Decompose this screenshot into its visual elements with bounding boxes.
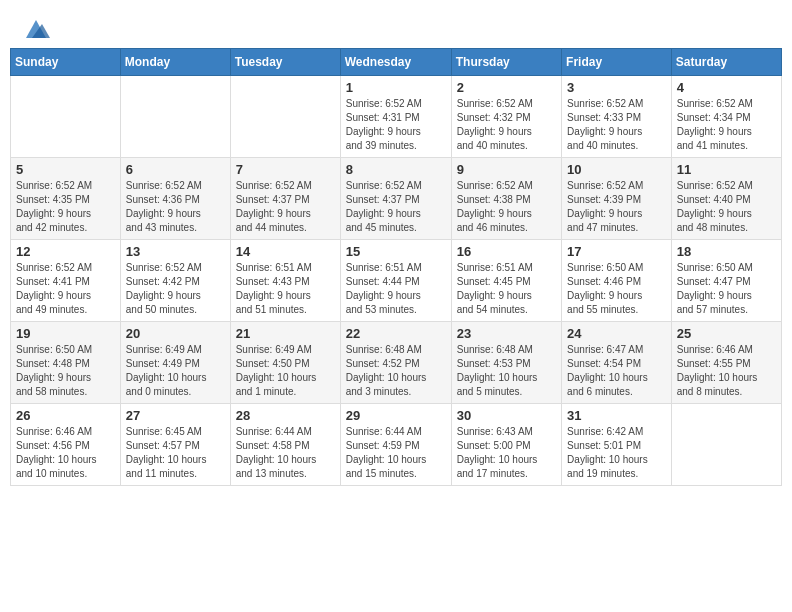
weekday-header: Sunday — [11, 49, 121, 76]
day-info: Sunrise: 6:52 AM Sunset: 4:40 PM Dayligh… — [677, 179, 776, 235]
calendar-week-row: 5Sunrise: 6:52 AM Sunset: 4:35 PM Daylig… — [11, 158, 782, 240]
day-info: Sunrise: 6:50 AM Sunset: 4:46 PM Dayligh… — [567, 261, 666, 317]
day-info: Sunrise: 6:52 AM Sunset: 4:41 PM Dayligh… — [16, 261, 115, 317]
calendar-cell: 15Sunrise: 6:51 AM Sunset: 4:44 PM Dayli… — [340, 240, 451, 322]
day-number: 10 — [567, 162, 666, 177]
day-number: 14 — [236, 244, 335, 259]
day-number: 25 — [677, 326, 776, 341]
day-number: 30 — [457, 408, 556, 423]
calendar-cell: 22Sunrise: 6:48 AM Sunset: 4:52 PM Dayli… — [340, 322, 451, 404]
day-number: 26 — [16, 408, 115, 423]
day-number: 12 — [16, 244, 115, 259]
day-number: 8 — [346, 162, 446, 177]
day-info: Sunrise: 6:52 AM Sunset: 4:32 PM Dayligh… — [457, 97, 556, 153]
day-number: 3 — [567, 80, 666, 95]
calendar-cell: 17Sunrise: 6:50 AM Sunset: 4:46 PM Dayli… — [562, 240, 672, 322]
calendar-cell — [230, 76, 340, 158]
calendar-cell: 24Sunrise: 6:47 AM Sunset: 4:54 PM Dayli… — [562, 322, 672, 404]
logo — [20, 14, 50, 38]
calendar-cell: 31Sunrise: 6:42 AM Sunset: 5:01 PM Dayli… — [562, 404, 672, 486]
day-info: Sunrise: 6:43 AM Sunset: 5:00 PM Dayligh… — [457, 425, 556, 481]
day-number: 18 — [677, 244, 776, 259]
day-info: Sunrise: 6:45 AM Sunset: 4:57 PM Dayligh… — [126, 425, 225, 481]
weekday-header: Friday — [562, 49, 672, 76]
logo-icon — [22, 14, 50, 42]
weekday-header: Monday — [120, 49, 230, 76]
day-info: Sunrise: 6:49 AM Sunset: 4:50 PM Dayligh… — [236, 343, 335, 399]
day-info: Sunrise: 6:52 AM Sunset: 4:34 PM Dayligh… — [677, 97, 776, 153]
day-info: Sunrise: 6:51 AM Sunset: 4:45 PM Dayligh… — [457, 261, 556, 317]
day-number: 16 — [457, 244, 556, 259]
day-info: Sunrise: 6:44 AM Sunset: 4:59 PM Dayligh… — [346, 425, 446, 481]
day-info: Sunrise: 6:51 AM Sunset: 4:43 PM Dayligh… — [236, 261, 335, 317]
day-number: 28 — [236, 408, 335, 423]
day-number: 11 — [677, 162, 776, 177]
calendar-cell — [11, 76, 121, 158]
day-info: Sunrise: 6:52 AM Sunset: 4:35 PM Dayligh… — [16, 179, 115, 235]
day-number: 17 — [567, 244, 666, 259]
calendar-cell: 28Sunrise: 6:44 AM Sunset: 4:58 PM Dayli… — [230, 404, 340, 486]
calendar-cell: 6Sunrise: 6:52 AM Sunset: 4:36 PM Daylig… — [120, 158, 230, 240]
day-number: 5 — [16, 162, 115, 177]
day-number: 6 — [126, 162, 225, 177]
calendar-cell: 5Sunrise: 6:52 AM Sunset: 4:35 PM Daylig… — [11, 158, 121, 240]
calendar-cell: 21Sunrise: 6:49 AM Sunset: 4:50 PM Dayli… — [230, 322, 340, 404]
day-info: Sunrise: 6:47 AM Sunset: 4:54 PM Dayligh… — [567, 343, 666, 399]
calendar-cell: 26Sunrise: 6:46 AM Sunset: 4:56 PM Dayli… — [11, 404, 121, 486]
weekday-header: Saturday — [671, 49, 781, 76]
day-number: 15 — [346, 244, 446, 259]
calendar-header-row: SundayMondayTuesdayWednesdayThursdayFrid… — [11, 49, 782, 76]
day-info: Sunrise: 6:50 AM Sunset: 4:48 PM Dayligh… — [16, 343, 115, 399]
calendar-cell: 14Sunrise: 6:51 AM Sunset: 4:43 PM Dayli… — [230, 240, 340, 322]
calendar-week-row: 12Sunrise: 6:52 AM Sunset: 4:41 PM Dayli… — [11, 240, 782, 322]
calendar-cell: 4Sunrise: 6:52 AM Sunset: 4:34 PM Daylig… — [671, 76, 781, 158]
day-info: Sunrise: 6:48 AM Sunset: 4:52 PM Dayligh… — [346, 343, 446, 399]
calendar-week-row: 1Sunrise: 6:52 AM Sunset: 4:31 PM Daylig… — [11, 76, 782, 158]
day-number: 29 — [346, 408, 446, 423]
calendar-cell: 9Sunrise: 6:52 AM Sunset: 4:38 PM Daylig… — [451, 158, 561, 240]
calendar-cell: 30Sunrise: 6:43 AM Sunset: 5:00 PM Dayli… — [451, 404, 561, 486]
day-info: Sunrise: 6:46 AM Sunset: 4:55 PM Dayligh… — [677, 343, 776, 399]
day-info: Sunrise: 6:48 AM Sunset: 4:53 PM Dayligh… — [457, 343, 556, 399]
day-info: Sunrise: 6:49 AM Sunset: 4:49 PM Dayligh… — [126, 343, 225, 399]
weekday-header: Thursday — [451, 49, 561, 76]
calendar-cell: 3Sunrise: 6:52 AM Sunset: 4:33 PM Daylig… — [562, 76, 672, 158]
calendar-table: SundayMondayTuesdayWednesdayThursdayFrid… — [10, 48, 782, 486]
calendar-cell: 20Sunrise: 6:49 AM Sunset: 4:49 PM Dayli… — [120, 322, 230, 404]
day-info: Sunrise: 6:52 AM Sunset: 4:38 PM Dayligh… — [457, 179, 556, 235]
day-number: 2 — [457, 80, 556, 95]
day-number: 31 — [567, 408, 666, 423]
weekday-header: Wednesday — [340, 49, 451, 76]
calendar-cell: 10Sunrise: 6:52 AM Sunset: 4:39 PM Dayli… — [562, 158, 672, 240]
calendar-wrapper: SundayMondayTuesdayWednesdayThursdayFrid… — [0, 48, 792, 496]
day-info: Sunrise: 6:50 AM Sunset: 4:47 PM Dayligh… — [677, 261, 776, 317]
day-number: 13 — [126, 244, 225, 259]
day-info: Sunrise: 6:52 AM Sunset: 4:39 PM Dayligh… — [567, 179, 666, 235]
calendar-week-row: 26Sunrise: 6:46 AM Sunset: 4:56 PM Dayli… — [11, 404, 782, 486]
calendar-cell: 2Sunrise: 6:52 AM Sunset: 4:32 PM Daylig… — [451, 76, 561, 158]
calendar-cell: 1Sunrise: 6:52 AM Sunset: 4:31 PM Daylig… — [340, 76, 451, 158]
day-info: Sunrise: 6:44 AM Sunset: 4:58 PM Dayligh… — [236, 425, 335, 481]
day-info: Sunrise: 6:52 AM Sunset: 4:37 PM Dayligh… — [346, 179, 446, 235]
calendar-cell: 27Sunrise: 6:45 AM Sunset: 4:57 PM Dayli… — [120, 404, 230, 486]
calendar-cell: 8Sunrise: 6:52 AM Sunset: 4:37 PM Daylig… — [340, 158, 451, 240]
calendar-cell: 18Sunrise: 6:50 AM Sunset: 4:47 PM Dayli… — [671, 240, 781, 322]
day-info: Sunrise: 6:46 AM Sunset: 4:56 PM Dayligh… — [16, 425, 115, 481]
calendar-cell — [671, 404, 781, 486]
calendar-cell: 19Sunrise: 6:50 AM Sunset: 4:48 PM Dayli… — [11, 322, 121, 404]
day-number: 7 — [236, 162, 335, 177]
day-number: 9 — [457, 162, 556, 177]
page: SundayMondayTuesdayWednesdayThursdayFrid… — [0, 0, 792, 612]
day-number: 27 — [126, 408, 225, 423]
day-info: Sunrise: 6:42 AM Sunset: 5:01 PM Dayligh… — [567, 425, 666, 481]
calendar-cell: 7Sunrise: 6:52 AM Sunset: 4:37 PM Daylig… — [230, 158, 340, 240]
day-number: 22 — [346, 326, 446, 341]
calendar-cell — [120, 76, 230, 158]
calendar-cell: 29Sunrise: 6:44 AM Sunset: 4:59 PM Dayli… — [340, 404, 451, 486]
day-info: Sunrise: 6:52 AM Sunset: 4:37 PM Dayligh… — [236, 179, 335, 235]
day-number: 19 — [16, 326, 115, 341]
day-info: Sunrise: 6:52 AM Sunset: 4:31 PM Dayligh… — [346, 97, 446, 153]
day-info: Sunrise: 6:51 AM Sunset: 4:44 PM Dayligh… — [346, 261, 446, 317]
calendar-cell: 16Sunrise: 6:51 AM Sunset: 4:45 PM Dayli… — [451, 240, 561, 322]
day-info: Sunrise: 6:52 AM Sunset: 4:33 PM Dayligh… — [567, 97, 666, 153]
